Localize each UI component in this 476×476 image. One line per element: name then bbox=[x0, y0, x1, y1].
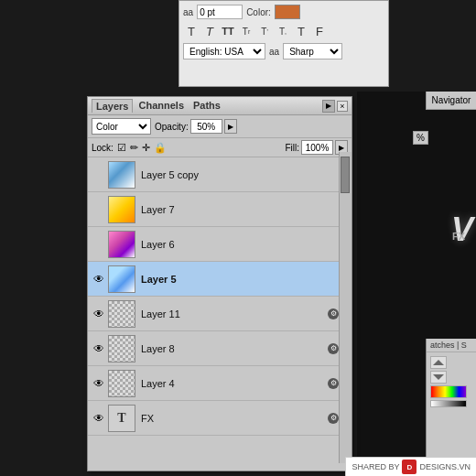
watermark-logo: D bbox=[402, 460, 416, 474]
layers-panel: Layers Channels Paths ▶ × Color Opacity:… bbox=[87, 96, 352, 471]
scroll-thumb[interactable] bbox=[341, 157, 350, 193]
layer-item[interactable]: 👁 Layer 8 ⚙ ▼ bbox=[88, 331, 352, 366]
badge-icon: ⚙ bbox=[328, 378, 339, 389]
font-btn-tsub[interactable]: T, bbox=[275, 23, 291, 39]
lock-icon-move[interactable]: ✛ bbox=[142, 142, 150, 154]
svg-marker-1 bbox=[433, 374, 444, 380]
layer-badge[interactable]: ⚙ bbox=[327, 308, 340, 320]
navigator-tab[interactable]: Navigator bbox=[426, 92, 476, 110]
navigator-label: Navigator bbox=[432, 95, 471, 105]
eye-icon[interactable] bbox=[92, 168, 106, 182]
lock-icon-pen[interactable]: ✏ bbox=[130, 142, 138, 154]
layer-badge[interactable]: ⚙ bbox=[327, 412, 340, 425]
lock-label: Lock: bbox=[92, 143, 114, 153]
tab-channels[interactable]: Channels bbox=[135, 99, 188, 113]
layer-thumbnail bbox=[108, 335, 135, 362]
layer-thumbnail bbox=[108, 161, 135, 189]
layer-name: Layer 11 bbox=[141, 308, 325, 319]
font-btn-t7[interactable]: T bbox=[293, 23, 309, 39]
svg-marker-0 bbox=[433, 360, 444, 365]
blend-mode-select[interactable]: Color bbox=[92, 118, 151, 135]
eye-icon[interactable] bbox=[92, 202, 106, 217]
layer-item-selected[interactable]: 👁 Layer 5 bbox=[88, 262, 352, 297]
panel-titlebar: Layers Channels Paths ▶ × bbox=[88, 97, 352, 115]
kerning-label: aa bbox=[183, 7, 193, 17]
layer-thumbnail: T bbox=[108, 405, 135, 432]
swatch-item[interactable] bbox=[430, 356, 447, 369]
layer-thumbnail bbox=[108, 265, 135, 293]
eye-icon[interactable]: 👁 bbox=[92, 376, 106, 391]
eye-icon[interactable]: 👁 bbox=[92, 341, 106, 356]
lock-icon-lock[interactable]: 🔒 bbox=[154, 142, 167, 154]
layer-name: Layer 8 bbox=[141, 343, 325, 354]
layer-name: Layer 5 copy bbox=[141, 169, 348, 180]
eye-icon[interactable]: 👁 bbox=[92, 411, 106, 426]
layer-name: Layer 7 bbox=[141, 204, 348, 215]
badge-icon: ⚙ bbox=[328, 413, 339, 424]
layer-item[interactable]: Layer 6 bbox=[88, 227, 352, 262]
percent-display: % bbox=[413, 131, 428, 145]
tab-paths[interactable]: Paths bbox=[189, 99, 224, 113]
layer-name: Layer 5 bbox=[141, 274, 348, 285]
layer-item[interactable]: Layer 7 bbox=[88, 192, 352, 227]
lock-icon-check[interactable]: ☑ bbox=[117, 142, 126, 154]
vfx-text: V bbox=[451, 211, 471, 249]
percent-label: % bbox=[416, 133, 425, 143]
color-swatch[interactable] bbox=[275, 5, 300, 19]
kerning-input[interactable] bbox=[197, 5, 243, 19]
layer-thumbnail bbox=[108, 196, 135, 223]
opacity-arrow-btn[interactable]: ▶ bbox=[224, 119, 237, 134]
toolbar-panel: aa Color: T T TT Tr T' T, T F English: U… bbox=[178, 0, 389, 87]
blend-opacity-row: Color Opacity: ▶ bbox=[88, 115, 352, 138]
layer-item[interactable]: 👁 T FX ⚙ ▼ bbox=[88, 401, 352, 436]
layer-badge[interactable]: ⚙ bbox=[327, 342, 340, 355]
aa-label: aa bbox=[269, 47, 279, 57]
layer-name: FX bbox=[141, 413, 325, 424]
opacity-label: Opacity: bbox=[155, 122, 189, 132]
sharp-select[interactable]: Sharp bbox=[283, 43, 342, 60]
color-label: Color: bbox=[246, 7, 271, 17]
vfx-sub: FX bbox=[452, 231, 465, 242]
swatches-panel: atches | S bbox=[426, 339, 476, 458]
eye-icon[interactable]: 👁 bbox=[92, 307, 106, 321]
font-btn-tsup[interactable]: T' bbox=[256, 23, 273, 39]
watermark-brand: DESIGNS.VN bbox=[419, 462, 471, 471]
layer-name: Layer 6 bbox=[141, 239, 348, 250]
swatches-label: atches | S bbox=[427, 339, 476, 352]
lock-fill-row: Lock: ☑ ✏ ✛ 🔒 Fill: ▶ bbox=[88, 138, 352, 157]
panel-close-btn[interactable]: × bbox=[337, 101, 348, 112]
panel-tabs: Layers Channels Paths bbox=[92, 99, 224, 113]
color-gradient-bar bbox=[430, 385, 467, 398]
layer-item[interactable]: Layer 5 copy bbox=[88, 157, 352, 192]
font-btn-tr[interactable]: Tr bbox=[238, 23, 254, 39]
font-btn-t2[interactable]: T bbox=[201, 23, 218, 39]
layer-thumbnail bbox=[108, 300, 135, 328]
watermark-text: SHARED BY bbox=[352, 462, 399, 471]
fill-input[interactable] bbox=[301, 140, 333, 155]
badge-icon: ⚙ bbox=[328, 343, 339, 354]
opacity-input[interactable] bbox=[190, 119, 222, 134]
tab-layers[interactable]: Layers bbox=[92, 99, 133, 113]
gray-gradient-bar bbox=[430, 400, 467, 407]
watermark: SHARED BY D DESIGNS.VN bbox=[345, 457, 476, 476]
panel-collapse-btn[interactable]: ▶ bbox=[322, 100, 335, 113]
badge-icon: ⚙ bbox=[328, 308, 339, 319]
language-select[interactable]: English: USA bbox=[183, 43, 265, 60]
layer-name: Layer 4 bbox=[141, 378, 325, 389]
font-btn-f[interactable]: F bbox=[311, 23, 328, 39]
layer-item[interactable]: 👁 Layer 4 ⚙ ▼ bbox=[88, 366, 352, 401]
font-btn-tt[interactable]: TT bbox=[220, 23, 236, 39]
fill-label: Fill: bbox=[285, 143, 299, 153]
eye-icon[interactable] bbox=[92, 237, 106, 252]
layers-list: Layer 5 copy Layer 7 Layer 6 👁 Layer 5 bbox=[88, 157, 352, 436]
eye-icon[interactable]: 👁 bbox=[92, 272, 106, 287]
layer-thumbnail bbox=[108, 231, 135, 258]
panel-scrollbar[interactable] bbox=[339, 152, 352, 463]
layer-badge[interactable]: ⚙ bbox=[327, 377, 340, 390]
swatch-item[interactable] bbox=[430, 371, 447, 384]
font-btn-t1[interactable]: T bbox=[183, 23, 200, 39]
layer-item[interactable]: 👁 Layer 11 ⚙ ▼ bbox=[88, 297, 352, 331]
layer-thumbnail bbox=[108, 370, 135, 397]
